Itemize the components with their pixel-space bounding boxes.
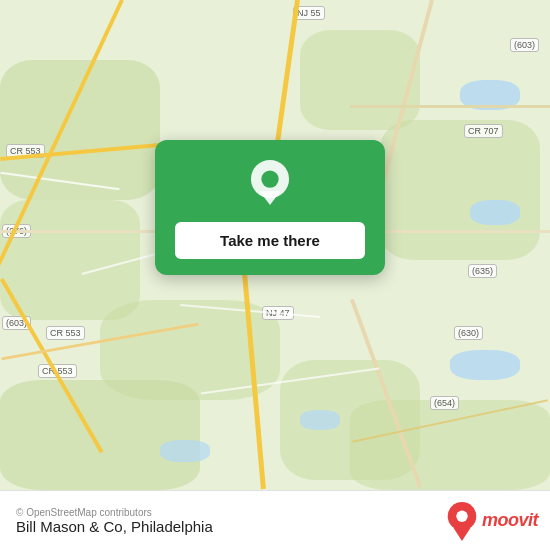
- svg-marker-2: [260, 191, 281, 205]
- svg-point-1: [261, 170, 278, 187]
- location-title: Bill Mason & Co, Philadelphia: [16, 518, 213, 535]
- road-label-cr553-mid: CR 553: [46, 326, 85, 340]
- road-label-654: (654): [430, 396, 459, 410]
- bottom-bar: © OpenStreetMap contributors Bill Mason …: [0, 490, 550, 550]
- road-label-630: (630): [454, 326, 483, 340]
- bottom-info: © OpenStreetMap contributors Bill Mason …: [16, 507, 213, 535]
- road-label-cr707: CR 707: [464, 124, 503, 138]
- svg-point-4: [456, 510, 467, 521]
- map-container: NJ 55 CR 553 CR 707 (676) (603) (603) NJ…: [0, 0, 550, 490]
- moovit-text: moovit: [482, 510, 538, 531]
- svg-marker-5: [453, 527, 470, 540]
- road-label-603-top: (603): [510, 38, 539, 52]
- moovit-logo: moovit: [446, 501, 538, 541]
- road-label-635: (635): [468, 264, 497, 278]
- location-pin-icon: [244, 160, 296, 212]
- take-me-there-button[interactable]: Take me there: [175, 222, 365, 259]
- destination-card: Take me there: [155, 140, 385, 275]
- moovit-pin-icon: [446, 501, 478, 541]
- map-attribution: © OpenStreetMap contributors: [16, 507, 213, 518]
